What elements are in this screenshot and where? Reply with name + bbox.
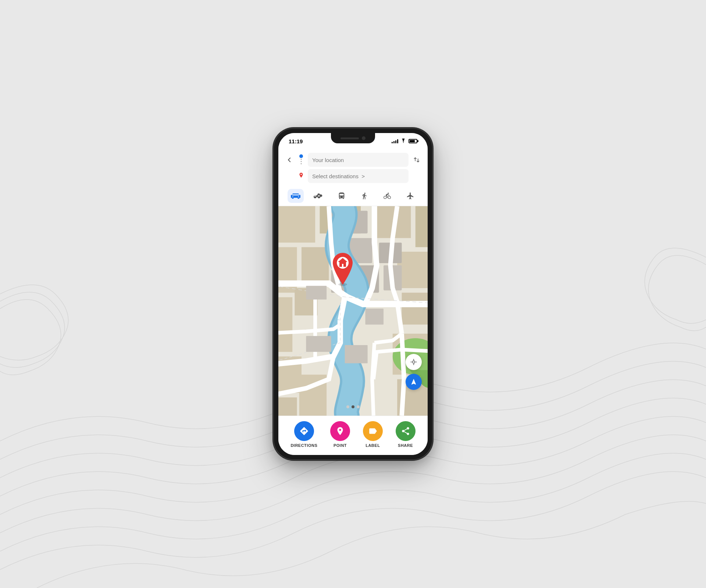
- svg-rect-7: [302, 247, 329, 284]
- svg-rect-2: [278, 206, 315, 243]
- notch: [331, 133, 375, 143]
- dot-3: [357, 405, 360, 408]
- status-bar: 11:19: [278, 133, 428, 149]
- svg-rect-13: [397, 252, 428, 288]
- svg-rect-30: [306, 336, 331, 352]
- share-label: SHARE: [398, 443, 413, 448]
- bottom-toolbar: DIRECTIONS POINT L: [278, 416, 428, 455]
- svg-rect-28: [365, 309, 384, 325]
- map-controls: [406, 354, 422, 390]
- battery-icon: [409, 139, 417, 143]
- origin-dot: [299, 154, 303, 158]
- svg-rect-27: [306, 286, 327, 300]
- transport-car-button[interactable]: [288, 189, 304, 203]
- dot-2: [352, 405, 354, 408]
- phone-frame: 11:19: [274, 129, 432, 459]
- transport-bus-button[interactable]: [334, 189, 350, 203]
- location-dots: [297, 154, 305, 165]
- signal-bars-icon: [392, 139, 398, 143]
- transport-walk-button[interactable]: [356, 189, 372, 203]
- app-content: DIRECTIONS POINT L: [278, 149, 428, 455]
- directions-button[interactable]: DIRECTIONS: [290, 421, 317, 448]
- speaker: [340, 137, 359, 139]
- status-icons: [392, 138, 417, 144]
- label-button[interactable]: LABEL: [363, 421, 383, 448]
- page-dots-indicator: [346, 405, 360, 408]
- share-button[interactable]: SHARE: [396, 421, 416, 448]
- svg-rect-14: [402, 293, 428, 325]
- destination-input[interactable]: [308, 169, 409, 183]
- map-area[interactable]: [278, 206, 428, 416]
- search-header: [278, 149, 428, 186]
- navigate-button[interactable]: [406, 374, 422, 390]
- point-button[interactable]: POINT: [330, 421, 350, 448]
- map-location-pin: [330, 253, 356, 286]
- svg-rect-5: [416, 206, 428, 247]
- destination-pin-icon: [299, 173, 304, 179]
- camera: [362, 136, 366, 140]
- transport-bicycle-button[interactable]: [379, 189, 395, 203]
- svg-point-0: [300, 174, 302, 175]
- transport-motorcycle-button[interactable]: [310, 189, 327, 203]
- back-button[interactable]: [284, 155, 295, 165]
- svg-rect-11: [278, 397, 297, 416]
- recenter-button[interactable]: [406, 354, 422, 370]
- label-label: LABEL: [366, 443, 380, 448]
- dot-1: [346, 405, 349, 408]
- svg-rect-29: [345, 345, 368, 363]
- svg-rect-8: [278, 297, 292, 352]
- your-location-input[interactable]: [308, 153, 409, 167]
- destination-dot-area: [297, 173, 305, 179]
- directions-label: DIRECTIONS: [290, 443, 317, 448]
- svg-point-33: [413, 361, 415, 363]
- transport-bar: [278, 186, 428, 206]
- search-row-location: [284, 153, 422, 167]
- wifi-icon: [400, 138, 406, 144]
- phone-screen: 11:19: [278, 133, 428, 455]
- transport-plane-button[interactable]: [402, 189, 418, 203]
- route-line: [301, 159, 302, 165]
- search-row-destination: [284, 169, 422, 183]
- status-time: 11:19: [289, 138, 303, 144]
- point-label: POINT: [334, 443, 347, 448]
- swap-button[interactable]: [411, 155, 422, 165]
